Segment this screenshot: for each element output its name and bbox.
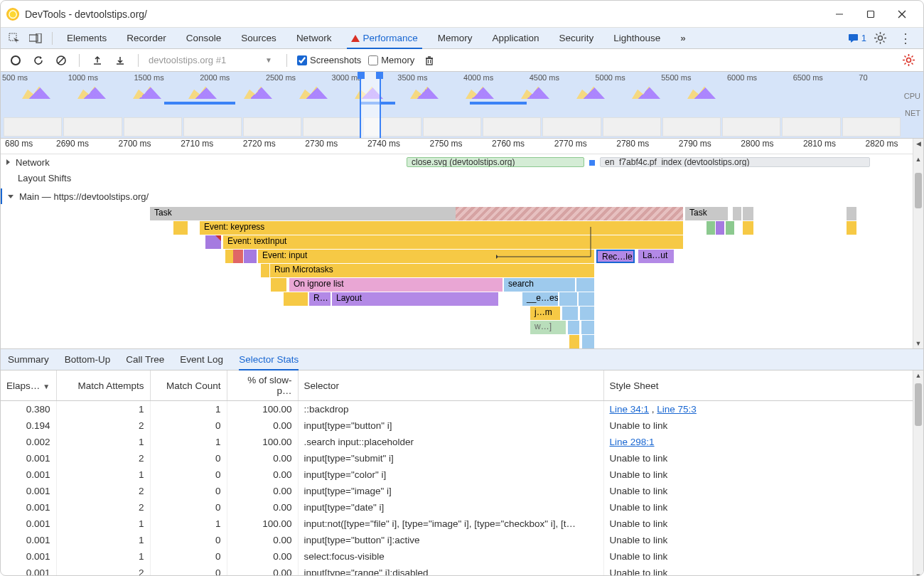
flame-entry[interactable] [726,221,734,235]
viewport-handle-right[interactable] [376,72,383,79]
scroll-up-icon[interactable]: ▲ [913,154,923,164]
upload-button[interactable] [90,53,105,68]
flame-entry[interactable] [291,292,299,306]
flame-entry[interactable] [299,292,308,306]
tab-memory[interactable]: Memory [428,28,483,48]
stylesheet-link[interactable]: Line 75:3 [657,404,697,415]
flame-task-long[interactable] [456,207,683,220]
recording-dropdown[interactable]: ▼ [149,53,276,67]
flame-w[interactable]: w…] [530,321,566,334]
network-request[interactable]: close.svg (devtoolstips.org) [407,157,584,167]
flame-recalc[interactable]: Rec…le [596,250,635,263]
tab-overflow[interactable]: » [670,28,696,48]
track-label-main[interactable]: Main — https://devtoolstips.org/ [2,191,151,202]
flame-entry[interactable] [568,321,579,334]
issues-button[interactable]: 1 [848,33,866,43]
scrollbar-thumb[interactable] [915,383,922,426]
detail-ruler[interactable]: 680 ms 2690 ms 2700 ms 2710 ms 2720 ms 2… [1,139,923,154]
table-row[interactable]: 0.001200.00input[type="range" i]:disable… [1,565,923,576]
tab-bottom-up[interactable]: Bottom-Up [65,349,111,370]
table-row[interactable]: 0.00111100.00input:not([type="file" i], … [1,516,923,532]
viewport-handle-left[interactable] [358,72,365,79]
inspect-element-icon[interactable] [6,31,22,46]
flame-event-textinput[interactable]: Event: textInput [223,235,683,249]
recording-dropdown-value[interactable] [149,53,276,67]
expand-icon[interactable] [6,159,10,165]
flame-entry[interactable] [173,221,188,235]
tab-event-log[interactable]: Event Log [180,349,223,370]
flame-jm[interactable]: j…m [530,306,560,320]
tab-elements[interactable]: Elements [57,28,117,48]
tab-lighthouse[interactable]: Lighthouse [603,28,670,48]
network-request[interactable]: en_f7abf4c.pf_index (devtoolstips.org) [600,157,870,167]
flame-entry[interactable] [716,221,724,235]
flame-entry[interactable] [581,321,594,334]
gc-button[interactable] [421,53,437,68]
flame-task[interactable] [847,207,856,220]
overview-timeline[interactable]: 500 ms 1000 ms 1500 ms 2000 ms 2500 ms 3… [1,72,923,139]
flame-entry[interactable] [579,292,594,306]
scroll-down-icon[interactable]: ▼ [913,338,923,348]
tab-performance[interactable]: Performance [341,28,427,48]
track-network[interactable]: Network close.svg (devtoolstips.org) en_… [1,154,923,170]
tab-console[interactable]: Console [176,28,232,48]
table-row[interactable]: 0.00211100.00.search input::placeholderL… [1,434,923,450]
col-slow[interactable]: % of slow-p… [227,370,298,401]
flame-entry[interactable] [847,221,856,235]
flame-ees[interactable]: __e…es [522,292,558,306]
tab-recorder[interactable]: Recorder [117,28,176,48]
flame-entry[interactable] [576,278,594,292]
flame-entry[interactable] [233,250,243,263]
table-row[interactable]: 0.001100.00select:focus-visibleUnable to… [1,548,923,565]
table-row[interactable]: 0.001200.00input[type="image" i]Unable t… [1,483,923,499]
col-match-count[interactable]: Match Count [150,370,227,401]
tab-security[interactable]: Security [549,28,604,48]
tracks-scrollbar[interactable]: ▲ ▼ [913,154,923,348]
flame-entry[interactable] [205,235,221,249]
tab-sources[interactable]: Sources [231,28,286,48]
flame-entry[interactable] [707,221,715,235]
device-toolbar-icon[interactable] [28,31,43,46]
flame-task[interactable]: Task [150,207,456,220]
scroll-left-icon[interactable]: ◀ [913,139,923,149]
download-button[interactable] [112,53,128,68]
settings-icon[interactable] [872,31,888,46]
clear-button[interactable] [53,53,69,68]
overview-viewport[interactable] [360,72,381,138]
tab-network[interactable]: Network [286,28,342,48]
flame-layout[interactable]: Layout [332,292,498,306]
flame-task[interactable] [733,207,741,220]
table-row[interactable]: 0.194200.00input[type="button" i]Unable … [1,417,923,434]
table-row[interactable]: 0.001200.00input[type="submit" i]Unable … [1,450,923,466]
maximize-button[interactable] [855,4,886,25]
scroll-down-icon[interactable]: ▼ [913,571,923,576]
flame-entry[interactable] [582,335,594,348]
flame-chart[interactable]: Network close.svg (devtoolstips.org) en_… [1,154,923,349]
track-layout-shifts[interactable]: Layout Shifts [1,170,923,186]
track-label-network[interactable]: Network [1,157,150,168]
tab-application[interactable]: Application [482,28,549,48]
table-scrollbar[interactable]: ▲ ▼ [913,370,923,576]
col-elapsed[interactable]: Elaps…▼ [1,370,56,401]
flame-entry[interactable] [743,221,753,235]
flame-event-keypress[interactable]: Event: keypress [200,221,683,235]
flame-entry[interactable] [559,292,577,306]
flame-microtasks[interactable]: Run Microtasks [270,264,594,277]
flame-entry[interactable] [580,306,594,320]
col-stylesheet[interactable]: Style Sheet [603,370,923,401]
reload-button[interactable] [31,53,46,68]
flame-r[interactable]: R… [309,292,331,306]
screenshots-checkbox[interactable]: Screenshots [297,55,361,65]
flame-layout[interactable]: La…ut [638,250,674,263]
track-main[interactable]: Main — https://devtoolstips.org/ [1,188,923,204]
minimize-button[interactable] [824,4,855,25]
flame-task[interactable] [743,207,753,220]
tab-summary[interactable]: Summary [8,349,49,370]
flame-ignore-list[interactable]: On ignore list [289,278,503,292]
flame-entry[interactable] [261,264,269,277]
flame-task[interactable]: Task [685,207,728,220]
tab-selector-stats[interactable]: Selector Stats [239,349,299,370]
scroll-up-icon[interactable]: ▲ [913,370,923,380]
col-match-attempts[interactable]: Match Attempts [56,370,150,401]
track-label-ls[interactable]: Layout Shifts [1,173,150,183]
